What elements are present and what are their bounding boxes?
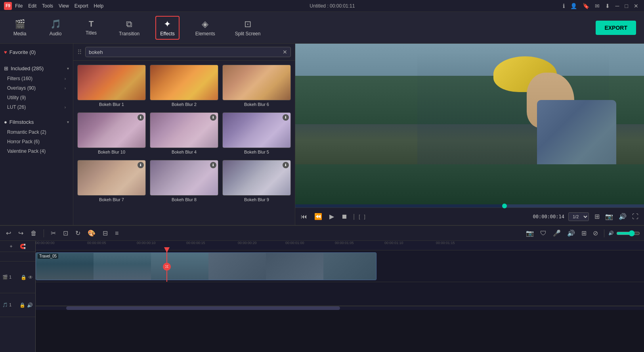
download-badge: ⬇ (283, 114, 289, 121)
audio-icon[interactable]: 🔊 (617, 211, 628, 222)
stop-button[interactable]: ⏹ (340, 212, 349, 222)
undo-button[interactable]: ↩ (4, 228, 13, 238)
quality-selector[interactable]: 1/2 Full 1/4 (568, 212, 589, 221)
delete-button[interactable]: 🗑 (29, 229, 39, 238)
step-back-button[interactable]: ⏪ (313, 211, 324, 222)
filmstocks-section: ● Filmstocks ▾ Romantic Pack (2) Horror … (0, 114, 73, 158)
voice-icon[interactable]: 🔊 (565, 228, 577, 238)
effect-bokeh10[interactable]: ⬇ Bokeh Blur 10 (77, 112, 146, 156)
maximize-button[interactable]: □ (623, 3, 630, 9)
effect-bokeh4-preview: ⬇ (150, 113, 218, 148)
audio-label: Audio (50, 31, 62, 37)
eye-icon[interactable]: 👁 (28, 275, 33, 280)
horror-pack-label: Horror Pack (6) (7, 139, 40, 144)
toolbar-media[interactable]: 🎬 Media (8, 17, 32, 39)
horror-pack-item[interactable]: Horror Pack (6) (0, 137, 73, 146)
effect-bokeh8[interactable]: ⬇ Bokeh Blur 8 (150, 160, 218, 204)
toolbar-effects[interactable]: ✦ Effects (155, 16, 179, 40)
close-button[interactable]: ✕ (632, 3, 640, 9)
add-track-button[interactable]: + (8, 242, 14, 250)
effect-bokeh9-label: Bokeh Blur 9 (222, 197, 291, 204)
effect-bokeh7[interactable]: ⬇ Bokeh Blur 7 (77, 160, 146, 204)
info-icon[interactable]: ℹ (561, 3, 566, 9)
play-button[interactable]: ▶ (328, 211, 336, 222)
effects-search-bar: ⠿ ✕ (73, 44, 295, 61)
timeline-scrollbar[interactable] (36, 306, 644, 310)
download-icon[interactable]: ⬇ (604, 3, 612, 9)
filmstocks-header[interactable]: ● Filmstocks ▾ (0, 117, 73, 127)
toolbar-separator2 (604, 229, 604, 237)
included-label: Included (285) (11, 65, 44, 71)
search-clear-button[interactable]: ✕ (283, 49, 287, 55)
crop-button[interactable]: ⊡ (61, 228, 70, 238)
effect-bokeh5[interactable]: ⬇ Bokeh Blur 5 (222, 112, 291, 156)
menu-edit[interactable]: Edit (28, 3, 36, 9)
split-screen-icon: ⊡ (244, 19, 251, 29)
playhead-dot[interactable] (502, 204, 507, 208)
magnet-icon[interactable]: 🧲 (18, 242, 28, 250)
ruler-mark-10: 00:00:00:10 (137, 241, 156, 245)
effect-bokeh4[interactable]: ⬇ Bokeh Blur 4 (150, 112, 218, 156)
scrollbar-thumb[interactable] (66, 306, 340, 310)
valentine-pack-item[interactable]: Valentine Pack (4) (0, 146, 73, 156)
effect-bokeh2[interactable]: Bokeh Blur 2 (150, 65, 218, 108)
frame-3 (151, 253, 208, 280)
camera-icon[interactable]: 📷 (524, 228, 536, 238)
shield-icon[interactable]: 🛡 (538, 229, 548, 238)
minimize-button[interactable]: ─ (614, 3, 621, 9)
fullscreen-icon[interactable]: ⛶ (631, 211, 640, 222)
effect-bokeh5-label: Bokeh Blur 5 (222, 150, 291, 156)
lock-icon[interactable]: 🔒 (21, 275, 27, 280)
toolbar-audio[interactable]: 🎵 Audio (44, 17, 67, 39)
stabilize-button[interactable]: ⊟ (101, 228, 110, 238)
snapshot-icon[interactable]: 📷 (604, 211, 615, 222)
lut-item[interactable]: LUT (26) › (0, 102, 73, 112)
included-header[interactable]: ⊞ Included (285) ▾ (0, 63, 73, 74)
skip-back-button[interactable]: ⏮ (299, 212, 309, 222)
toolbar-split-screen[interactable]: ⊡ Split Screen (231, 17, 265, 39)
titles-label: Titles (86, 30, 97, 36)
export-button[interactable]: EXPORT (596, 21, 636, 35)
mic-icon[interactable]: 🎤 (551, 228, 563, 238)
volume-slider[interactable] (616, 230, 640, 237)
mail-icon[interactable]: ✉ (593, 3, 601, 9)
toolbar-elements[interactable]: ◈ Elements (191, 17, 219, 39)
elements-label: Elements (195, 31, 215, 37)
audio-eq-button[interactable]: ≡ (113, 229, 120, 238)
overlays-item[interactable]: Overlays (90) › (0, 83, 73, 93)
color-button[interactable]: 🎨 (86, 228, 97, 238)
menu-view[interactable]: View (59, 3, 69, 9)
filters-item[interactable]: Filters (160) › (0, 74, 73, 83)
chevron-right-icon: › (65, 86, 66, 90)
search-input[interactable] (89, 49, 280, 55)
preview-timeline-bar[interactable] (295, 204, 644, 208)
utility-item[interactable]: Utility (9) (0, 93, 73, 102)
filmstocks-label: Filmstocks (10, 119, 34, 125)
romantic-pack-item[interactable]: Romantic Pack (2) (0, 127, 73, 137)
audio-lock-icon[interactable]: 🔒 (19, 302, 25, 308)
menu-file[interactable]: File (15, 3, 23, 9)
cut-button[interactable]: ✂ (49, 228, 58, 238)
effect-bokeh9[interactable]: ⬇ Bokeh Blur 9 (222, 160, 291, 204)
redo-button[interactable]: ↪ (16, 228, 25, 238)
toolbar-titles[interactable]: T Titles (79, 17, 103, 38)
effect-bokeh6[interactable]: Bokeh Blur 6 (222, 65, 291, 108)
pip-icon[interactable]: ⊞ (579, 228, 589, 238)
toolbar-transition[interactable]: ⧉ Transition (115, 17, 143, 39)
user-icon[interactable]: 👤 (569, 3, 579, 9)
menu-export[interactable]: Export (75, 3, 88, 9)
audio-mute-icon[interactable]: 🔊 (27, 302, 33, 308)
ruler-mark-115: 00:00:01:15 (436, 241, 455, 245)
menu-tools[interactable]: Tools (42, 3, 53, 9)
rotate-button[interactable]: ↻ (73, 228, 82, 238)
transition-tl-icon[interactable]: ⊘ (591, 228, 600, 238)
window-title: Untitled : 00:00:01:11 (310, 3, 355, 9)
bookmark-icon[interactable]: 🔖 (581, 3, 591, 9)
responsive-icon[interactable]: ⊞ (593, 211, 601, 222)
effect-bokeh1[interactable]: Bokeh Blur 1 (77, 65, 146, 108)
favorite-item[interactable]: ♥ Favorite (0) (0, 46, 73, 58)
drag-handle-icon[interactable]: ⠿ (77, 48, 82, 56)
menu-help[interactable]: Help (94, 3, 104, 9)
clip-delete-button[interactable]: ✕ (163, 263, 171, 271)
video-clip[interactable]: Travel_05 ✕ (36, 252, 376, 280)
